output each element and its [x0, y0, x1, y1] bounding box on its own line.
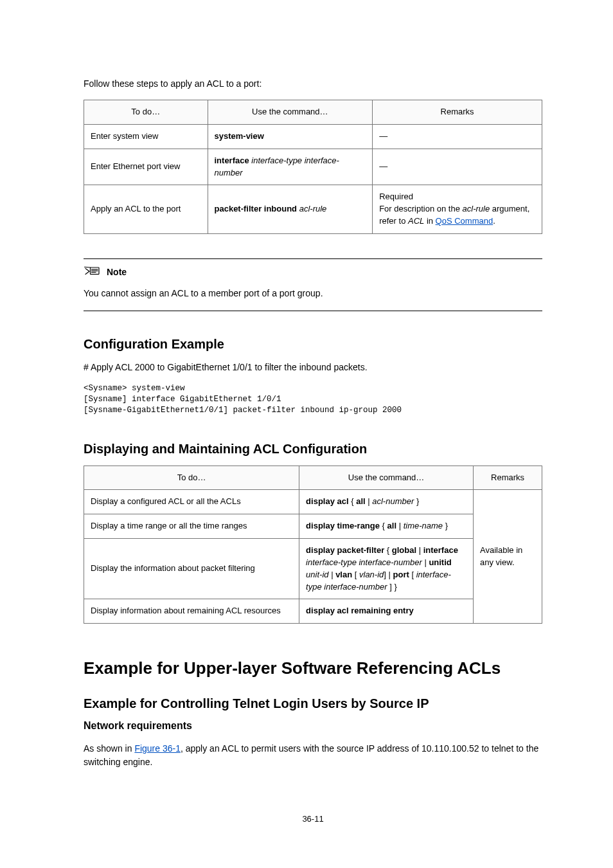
ops-todo: Display information about remaining ACL …	[84, 599, 299, 624]
ops-header-2: Remarks	[474, 466, 542, 490]
steps-todo: Apply an ACL to the port	[84, 185, 208, 234]
steps-remark: —	[373, 124, 542, 149]
steps-remark: —	[373, 149, 542, 185]
ops-cmd: display time-range { all | time-name }	[299, 514, 474, 539]
table-row: Enter system view system-view —	[84, 124, 542, 149]
table-row: Enter Ethernet port view interface inter…	[84, 149, 542, 185]
steps-cmd: interface interface-type interface-numbe…	[208, 149, 373, 185]
steps-cmd: system-view	[208, 124, 373, 149]
example-text: # Apply ACL 2000 to GigabitEthernet 1/0/…	[84, 361, 542, 374]
qos-cmd-link[interactable]: QoS Command	[436, 216, 493, 226]
steps-table: To do… Use the command… Remarks Enter sy…	[84, 100, 542, 234]
network-requirements-text: As shown in Figure 36-1, apply an ACL to…	[84, 742, 542, 769]
network-requirements-heading: Network requirements	[84, 720, 542, 732]
note-block: Note You cannot assign an ACL to a membe…	[84, 258, 542, 311]
ops-cmd: display acl remaining entry	[299, 599, 474, 624]
table-row: Apply an ACL to the port packet-filter i…	[84, 185, 542, 234]
console-output: <Sysname> system-view [Sysname] interfac…	[84, 383, 542, 416]
examples-chapter-heading: Example for Upper-layer Software Referen…	[84, 658, 542, 678]
examples-sub-heading: Example for Controlling Telnet Login Use…	[84, 696, 542, 711]
ops-cmd: display acl { all | acl-number }	[299, 490, 474, 514]
steps-cmd: packet-filter inbound acl-rule	[208, 185, 373, 234]
page-number: 36-11	[84, 814, 542, 824]
note-body: You cannot assign an ACL to a member por…	[84, 287, 542, 300]
intro-text: Follow these steps to apply an ACL to a …	[84, 77, 542, 91]
steps-remark: RequiredFor description on the acl-rule …	[373, 185, 542, 234]
ops-todo: Display the information about packet fil…	[84, 539, 299, 599]
note-label: Note	[107, 267, 127, 277]
steps-todo: Enter system view	[84, 124, 208, 149]
steps-header-1: Use the command…	[208, 100, 373, 125]
ops-remark: Available in any view.	[474, 490, 542, 624]
note-icon	[84, 264, 103, 280]
ops-todo: Display a time range or all the time ran…	[84, 514, 299, 539]
ops-todo: Display a configured ACL or all the ACLs	[84, 490, 299, 514]
steps-header-0: To do…	[84, 100, 208, 125]
display-heading: Displaying and Maintaining ACL Configura…	[84, 442, 542, 457]
table-row: Display a configured ACL or all the ACLs…	[84, 490, 542, 514]
example-heading: Configuration Example	[84, 337, 542, 352]
figure-link[interactable]: Figure 36-1	[134, 743, 181, 754]
nr-text-pre: As shown in	[84, 743, 134, 754]
display-table: To do… Use the command… Remarks Display …	[84, 466, 542, 624]
ops-cmd: display packet-filter { global | interfa…	[299, 539, 474, 599]
ops-header-0: To do…	[84, 466, 299, 490]
steps-todo: Enter Ethernet port view	[84, 149, 208, 185]
ops-header-1: Use the command…	[299, 466, 474, 490]
steps-header-2: Remarks	[373, 100, 542, 125]
